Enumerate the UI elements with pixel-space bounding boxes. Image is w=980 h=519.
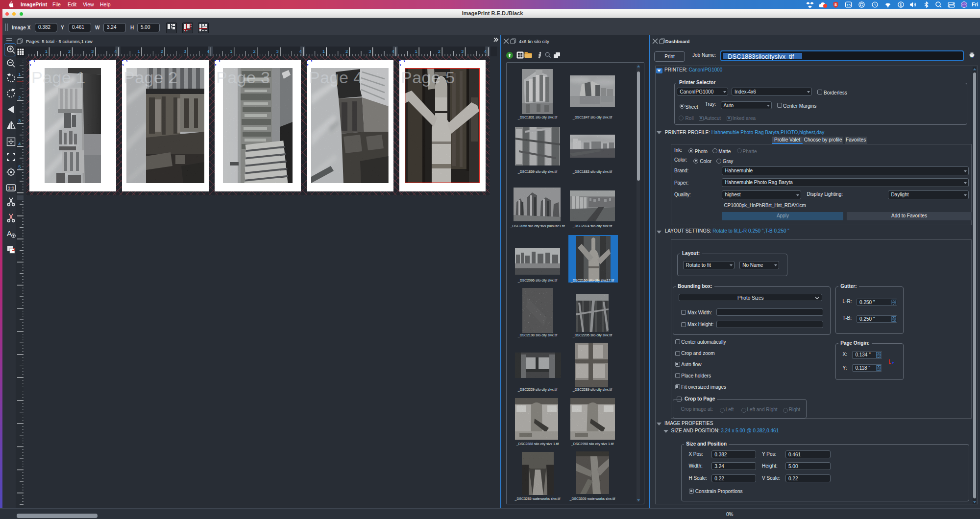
svg-text:1: 1 xyxy=(415,48,417,54)
svg-text:5: 5 xyxy=(18,164,21,169)
svg-text:3: 3 xyxy=(461,48,464,54)
svg-text:4: 4 xyxy=(299,48,302,54)
svg-text:3: 3 xyxy=(368,48,371,54)
svg-text:4: 4 xyxy=(207,48,209,54)
svg-text:1: 1 xyxy=(18,71,21,77)
svg-text:1:1: 1:1 xyxy=(8,186,14,190)
svg-text:2: 2 xyxy=(161,48,163,54)
svg-text:2: 2 xyxy=(345,48,348,54)
svg-text:1: 1 xyxy=(45,48,48,54)
svg-text:3: 3 xyxy=(184,48,186,54)
svg-text:A: A xyxy=(7,229,12,237)
svg-text:3: 3 xyxy=(91,48,94,54)
svg-text:1: 1 xyxy=(230,48,232,54)
svg-text:4: 4 xyxy=(18,141,21,146)
svg-text:2: 2 xyxy=(18,95,21,100)
svg-text:4: 4 xyxy=(484,48,487,54)
svg-text:1: 1 xyxy=(138,48,140,54)
svg-text:2: 2 xyxy=(68,48,71,54)
svg-text:3: 3 xyxy=(18,118,21,123)
svg-text:1: 1 xyxy=(322,48,325,54)
svg-text:4: 4 xyxy=(392,48,394,54)
svg-text:4: 4 xyxy=(114,48,117,54)
svg-text:S: S xyxy=(834,2,837,7)
svg-text:2: 2 xyxy=(438,48,441,54)
svg-text:15: 15 xyxy=(846,3,851,7)
svg-text:3: 3 xyxy=(276,48,279,54)
svg-text:2: 2 xyxy=(253,48,255,54)
